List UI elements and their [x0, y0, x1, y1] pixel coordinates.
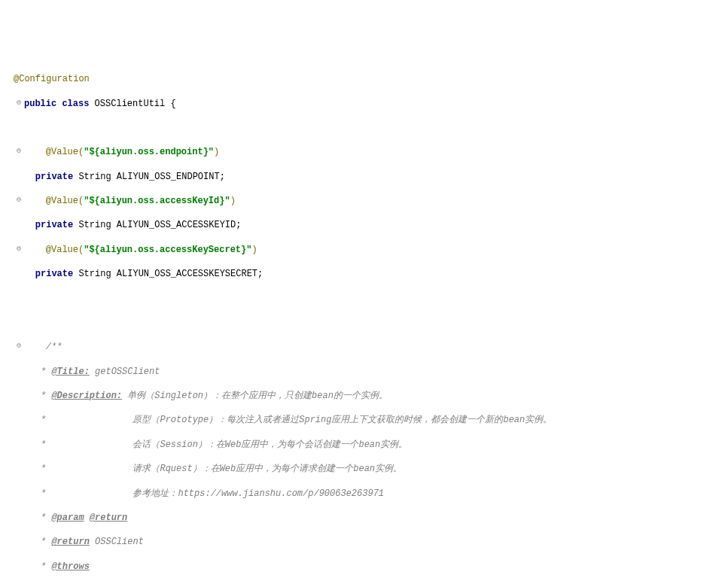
- fold-icon[interactable]: ⊖: [14, 98, 24, 108]
- javadoc-tag-return: @return: [51, 537, 89, 547]
- code-area[interactable]: @Configuration ⊖public class OSSClientUt…: [14, 61, 728, 584]
- javadoc-tag-param: @param: [51, 513, 84, 523]
- string-literal: "${aliyun.oss.endpoint}": [84, 147, 214, 157]
- fold-icon[interactable]: ⊖: [14, 146, 24, 157]
- string-literal: "${aliyun.oss.accessKeyId}": [84, 196, 230, 206]
- field-decl: String ALIYUN_OSS_ACCESSKEYID;: [73, 220, 241, 230]
- javadoc-line: * 原型（Prototype）：每次注入或者通过Spring应用上下文获取的时候…: [14, 415, 552, 425]
- javadoc-tag-throws: @throws: [51, 561, 89, 572]
- javadoc-tag-description: @Description:: [51, 391, 122, 401]
- keyword: private: [14, 269, 73, 279]
- annotation-value: @Value(: [24, 147, 84, 157]
- keyword: private: [14, 220, 73, 230]
- annotation-value: @Value(: [24, 196, 84, 206]
- keyword: private: [14, 172, 73, 182]
- fold-icon[interactable]: ⊖: [14, 341, 24, 351]
- javadoc-tag-title: @Title:: [51, 367, 89, 377]
- class-decl: OSSClientUtil {: [89, 99, 175, 109]
- keyword: public class: [24, 99, 89, 109]
- string-literal: "${aliyun.oss.accessKeySecret}": [84, 245, 251, 255]
- annotation-value: @Value(: [24, 245, 84, 255]
- javadoc-line: * 会话（Session）：在Web应用中，为每个会话创建一个bean实例。: [14, 440, 407, 450]
- fold-icon[interactable]: ⊖: [14, 195, 24, 205]
- code-editor[interactable]: @Configuration ⊖public class OSSClientUt…: [0, 49, 728, 584]
- fold-icon[interactable]: ⊖: [14, 244, 24, 254]
- field-decl: String ALIYUN_OSS_ENDPOINT;: [73, 172, 225, 182]
- annotation-configuration: @Configuration: [14, 74, 90, 84]
- javadoc-line: * 参考地址：https://www.jianshu.com/p/90063e2…: [14, 488, 384, 499]
- javadoc-start: /**: [24, 342, 62, 352]
- field-decl: String ALIYUN_OSS_ACCESSKEYSECRET;: [73, 269, 263, 279]
- javadoc-line: * 请求（Rquest）：在Web应用中，为每个请求创建一个bean实例。: [14, 464, 402, 474]
